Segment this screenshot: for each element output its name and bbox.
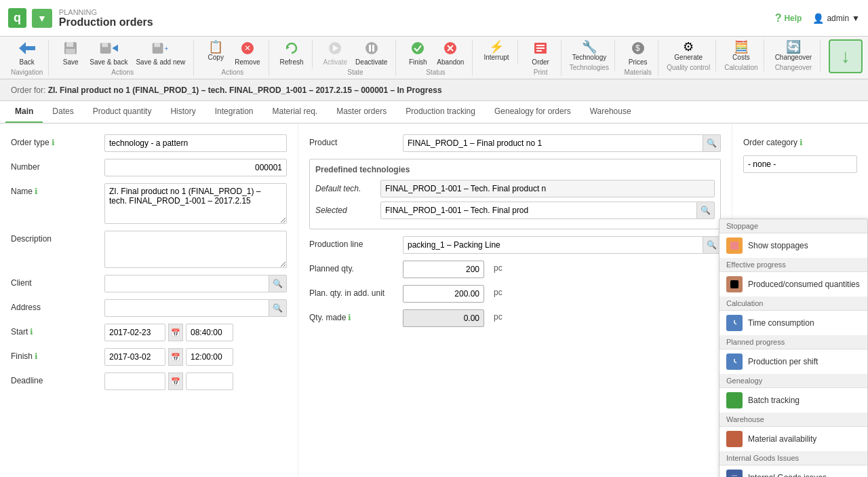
address-input[interactable] [104,299,269,317]
order-category-input[interactable] [743,155,857,173]
selected-tech-search-button[interactable]: 🔍 [697,202,715,219]
back-button[interactable]: Back [14,39,41,67]
remove-button[interactable]: ✕ Remove [232,39,262,67]
address-row: Address 🔍 [11,299,287,317]
start-time-input[interactable] [186,324,233,341]
product-label: Product [309,134,397,147]
start-date-input[interactable] [104,324,165,341]
batch-tracking-label: Batch tracking [748,396,800,405]
copy-button[interactable]: 📋 Copy [202,39,229,67]
costs-button[interactable]: 🧮 Costs [728,39,755,62]
order-type-info-icon[interactable]: ℹ [52,138,55,147]
time-consumption-label: Time consumption [748,318,814,328]
internal-goods-issues-item[interactable]: Internal Goods issues [719,465,867,477]
tab-product-quantity[interactable]: Product quantity [83,101,161,123]
client-search-button[interactable]: 🔍 [269,275,287,292]
green-arrow-button[interactable]: ↓ [829,39,863,73]
save-button[interactable]: Save [57,39,84,67]
show-stoppages-item[interactable]: Show stoppages [719,233,867,258]
name-label: Name ℹ [11,183,99,196]
nav-group-label: Navigation [11,69,43,76]
save-back-button[interactable]: Save & back [87,39,130,67]
deadline-label: Deadline [11,373,99,385]
batch-tracking-item[interactable]: Batch tracking [719,388,867,413]
refresh-button[interactable]: Refresh [277,39,307,67]
default-tech-label: Default tech. [315,184,376,193]
plan-qty-add-row: Plan. qty. in add. unit pc [309,285,721,303]
predef-title: Predefined technologies [315,165,715,174]
user-button[interactable]: 👤 admin ▼ [812,13,860,24]
tab-warehouse[interactable]: Warehouse [580,101,641,123]
print-group-label: Print [534,69,548,76]
help-icon: ? [775,12,782,24]
activate-button[interactable]: Activate [321,39,351,67]
planned-qty-input[interactable] [403,261,484,278]
number-row: Number [11,159,287,176]
deadline-row: Deadline 📅 [11,373,287,390]
svg-rect-3 [66,49,75,54]
tab-genealogy[interactable]: Genealogy for orders [485,101,580,123]
tab-master-orders[interactable]: Master orders [327,101,396,123]
tab-material-req[interactable]: Material req. [262,101,327,123]
produced-consumed-label: Produced/consumed quantities [748,280,860,289]
technology-button[interactable]: 🔧 Technology [570,39,610,62]
order-category-row: Order category ℹ [743,134,857,147]
generate-icon: ⚙ [683,41,694,53]
help-button[interactable]: ? Help [775,12,802,24]
calc-group: 🧮 Costs Calculation [719,39,764,71]
interrupt-button[interactable]: ⚡ Interrupt [481,39,511,62]
tab-dates[interactable]: Dates [43,101,83,123]
default-tech-input[interactable] [380,180,715,197]
number-input[interactable] [104,159,287,176]
genealogy-section-header: Genealogy [719,374,867,388]
plan-qty-add-input[interactable] [403,285,484,303]
material-availability-item[interactable]: Material availability [719,427,867,451]
start-info-icon[interactable]: ℹ [30,327,33,337]
changeover-group: 🔄 Changeover Changeover [767,39,821,71]
svg-point-15 [366,42,378,54]
time-consumption-item[interactable]: Time consumption [719,311,867,335]
internal-goods-issues-label: Internal Goods issues [748,473,827,477]
address-search-button[interactable]: 🔍 [269,299,287,317]
product-input[interactable] [403,134,703,152]
abandon-button[interactable]: Abandon [434,39,467,67]
tech-group-label: Technologies [570,64,609,71]
description-textarea[interactable] [104,231,287,268]
quality-group-label: Quality control [667,64,710,71]
tab-integration[interactable]: Integration [205,101,263,123]
prices-button[interactable]: $ Prices [625,39,652,67]
save-add-button[interactable]: + Save & add new [133,39,188,67]
selected-tech-input[interactable] [380,202,697,219]
finish-date-input[interactable] [104,348,165,366]
production-per-shift-item[interactable]: Production per shift [719,349,867,374]
save-label: Save [63,58,79,66]
tab-history[interactable]: History [161,101,205,123]
deadline-date-input[interactable] [104,373,165,390]
tab-main[interactable]: Main [5,101,43,123]
svg-rect-17 [372,45,374,52]
prod-line-label: Production line [309,236,397,249]
logo-dropdown-btn[interactable]: ▼ [32,9,52,28]
tab-production-tracking[interactable]: Production tracking [396,101,485,123]
client-input[interactable] [104,275,269,292]
name-textarea[interactable]: ZI. Final product no 1 (FINAL_PROD_1) – … [104,183,287,224]
name-row: Name ℹ ZI. Final product no 1 (FINAL_PRO… [11,183,287,224]
prod-line-input[interactable] [403,236,703,254]
deactivate-button[interactable]: Deactivate [353,39,390,67]
deadline-calendar-button[interactable]: 📅 [168,373,183,390]
changeover-button[interactable]: 🔄 Changeover [772,39,814,62]
name-info-icon[interactable]: ℹ [35,187,38,196]
produced-consumed-item[interactable]: Produced/consumed quantities [719,272,867,297]
order-category-info-icon[interactable]: ℹ [800,138,803,147]
finish-time-input[interactable] [186,348,233,366]
finish-info-icon[interactable]: ℹ [35,351,38,361]
product-search-button[interactable]: 🔍 [703,134,721,152]
finish-calendar-button[interactable]: 📅 [168,348,183,366]
generate-button[interactable]: ⚙ Generate [671,39,705,62]
start-calendar-button[interactable]: 📅 [168,324,183,341]
order-print-button[interactable]: Order [527,39,554,67]
finish-button[interactable]: Finish [404,39,431,67]
deadline-time-input[interactable] [186,373,233,390]
order-type-select[interactable]: technology - a pattern [104,134,287,152]
qty-made-info-icon[interactable]: ℹ [348,313,351,322]
